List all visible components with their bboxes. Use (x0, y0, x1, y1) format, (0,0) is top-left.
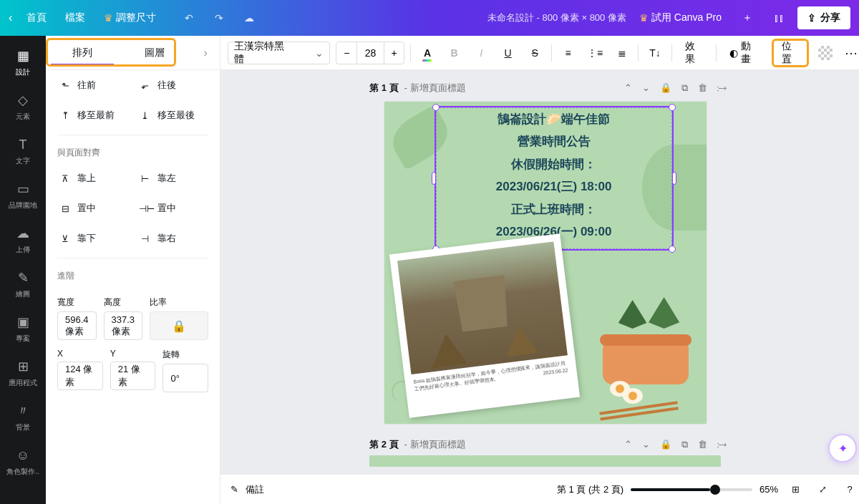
align-top-icon: ⊼ (59, 173, 72, 184)
rotate-input[interactable]: 0° (162, 364, 208, 392)
rail-brand[interactable]: ▭品牌園地 (0, 176, 46, 215)
transparency-button[interactable] (815, 42, 836, 64)
position-button[interactable]: 位置 (775, 42, 806, 64)
advanced-header: 進階 (46, 263, 220, 286)
duplicate-icon[interactable]: ⧉ (681, 82, 688, 94)
bold-button[interactable]: B (444, 42, 465, 64)
lock-icon[interactable]: 🔒 (660, 82, 671, 94)
artboard-page-1[interactable]: 鵠崙設計🥟端午佳節 營業時間公告 休假開始時間： 2023/06/21(三) 1… (384, 102, 707, 424)
tab-arrange[interactable]: 排列 (46, 36, 119, 69)
menu-home[interactable]: 首頁 (22, 9, 51, 27)
rail-character[interactable]: ☺角色製作.. (0, 442, 46, 481)
rail-projects[interactable]: ▣專案 (0, 309, 46, 348)
font-select[interactable]: 王漢宗特黑體⌄ (228, 42, 330, 64)
side-rail: ▦設計 ◇元素 T文字 ▭品牌園地 ☁上傳 ✎繪圖 ▣專案 ⊞應用程式 〃背景 … (0, 36, 46, 504)
duplicate-icon[interactable]: ⧉ (681, 439, 688, 450)
rail-background[interactable]: 〃背景 (0, 398, 46, 437)
add-icon[interactable]: ＋ (734, 5, 760, 31)
align-middle-button[interactable]: ⊟置中 (53, 196, 133, 220)
resize-handle[interactable] (672, 172, 676, 185)
try-pro-button[interactable]: ♛ 試用 Canva Pro (639, 11, 722, 24)
menu-resize[interactable]: ♛ 調整尺寸 (100, 9, 160, 27)
page-up-icon[interactable]: ⌃ (624, 82, 632, 94)
page-title-input[interactable]: - 新增頁面標題 (404, 82, 466, 94)
effects-button[interactable]: 效果 (678, 42, 711, 64)
page-down-icon[interactable]: ⌄ (642, 439, 650, 450)
tab-layers[interactable]: 圖層 (119, 36, 192, 69)
align-right-button[interactable]: ⊣靠右 (133, 226, 213, 251)
resize-handle[interactable] (669, 246, 676, 253)
document-title[interactable]: 未命名設計 - 800 像素 × 800 像素 (487, 11, 626, 24)
vertical-text-button[interactable]: T↓ (644, 42, 666, 64)
rail-apps[interactable]: ⊞應用程式 (0, 354, 46, 392)
rail-draw[interactable]: ✎繪圖 (0, 265, 46, 304)
resize-handle[interactable] (432, 104, 440, 111)
size-minus-button[interactable]: − (336, 42, 356, 64)
artboard-page-2[interactable] (369, 455, 721, 467)
ratio-lock-button[interactable]: 🔒 (150, 311, 208, 340)
align-top-button[interactable]: ⊼靠上 (53, 166, 133, 190)
spacing-button[interactable]: ≣ (611, 42, 633, 64)
share-button[interactable]: ⇪ 分享 (797, 6, 850, 29)
send-to-back-button[interactable]: ⤓移至最後 (133, 103, 213, 127)
chevron-down-icon: ⌄ (315, 47, 324, 59)
text-color-button[interactable]: A (417, 42, 438, 64)
backward-icon: ⬐ (139, 80, 152, 91)
page-title-input[interactable]: - 新增頁面標題 (404, 438, 466, 451)
add-page-icon[interactable]: ⧴ (717, 439, 727, 450)
align-button[interactable]: ≡ (558, 42, 579, 64)
undo-icon[interactable]: ↶ (178, 6, 200, 29)
underline-button[interactable]: U (498, 42, 519, 64)
lock-icon[interactable]: 🔒 (660, 439, 671, 450)
rail-design[interactable]: ▦設計 (0, 43, 46, 82)
zoom-value[interactable]: 65% (759, 484, 778, 495)
resize-handle[interactable] (432, 172, 436, 185)
resize-handle[interactable] (669, 104, 676, 111)
fullscreen-icon[interactable]: ⤢ (812, 480, 833, 500)
cloud-sync-icon[interactable]: ☁ (238, 6, 261, 29)
align-bottom-button[interactable]: ⊻靠下 (53, 226, 133, 251)
align-center-button[interactable]: ⊣⊢置中 (133, 196, 213, 220)
italic-button[interactable]: I (470, 42, 492, 64)
menu-file[interactable]: 檔案 (61, 9, 89, 27)
x-input[interactable]: 124 像素 (57, 362, 103, 390)
page-up-icon[interactable]: ⌃ (624, 439, 632, 450)
delete-icon[interactable]: 🗑 (698, 82, 707, 94)
animate-icon: ◐ (729, 47, 738, 59)
panel-collapse-icon[interactable]: › (191, 36, 220, 69)
page-down-icon[interactable]: ⌄ (642, 82, 650, 94)
delete-icon[interactable]: 🗑 (698, 439, 707, 450)
list-button[interactable]: ⋮≡ (584, 42, 606, 64)
chopsticks-illustration[interactable] (599, 401, 677, 415)
back-icon[interactable]: ‹ (9, 11, 12, 24)
size-plus-button[interactable]: + (384, 42, 404, 64)
width-input[interactable]: 596.4 像素 (57, 311, 97, 340)
magic-button[interactable]: ✦ (828, 434, 857, 462)
rail-text[interactable]: T文字 (0, 132, 46, 170)
help-icon[interactable]: ? (840, 480, 859, 500)
bring-forward-button[interactable]: ⬑往前 (53, 73, 133, 97)
add-page-icon[interactable]: ⧴ (717, 82, 727, 94)
polaroid-photo[interactable]: Boss 如鵠崙將當漫段特別早，如今畢，心理想懷接來，讓鵠崙設計員工們先好當心理… (389, 233, 579, 418)
redo-icon[interactable]: ↷ (208, 6, 230, 29)
strike-button[interactable]: S (524, 42, 545, 64)
animate-button[interactable]: ◐動畫 (722, 42, 766, 64)
notes-button[interactable]: 備註 (246, 483, 264, 496)
insights-icon[interactable]: ⫿⫿ (766, 5, 792, 31)
more-button[interactable]: ⋯ (842, 42, 859, 64)
steamer-illustration[interactable] (596, 313, 696, 384)
upload-icon: ⇪ (807, 12, 816, 24)
send-backward-button[interactable]: ⬐往後 (133, 73, 213, 97)
zoom-slider[interactable] (631, 488, 752, 491)
font-size-group: − 28 + (336, 42, 404, 64)
forward-icon: ⬑ (59, 80, 72, 91)
page-indicator[interactable]: 第 1 頁 (共 2 頁) (557, 483, 623, 496)
height-input[interactable]: 337.3 像素 (104, 311, 143, 340)
rail-elements[interactable]: ◇元素 (0, 87, 46, 126)
grid-view-icon[interactable]: ⊞ (785, 480, 805, 500)
align-left-button[interactable]: ⊢靠左 (133, 166, 213, 190)
bring-to-front-button[interactable]: ⤒移至最前 (53, 103, 133, 127)
y-input[interactable]: 21 像素 (110, 362, 156, 390)
rail-upload[interactable]: ☁上傳 (0, 220, 46, 259)
size-input[interactable]: 28 (356, 42, 384, 64)
